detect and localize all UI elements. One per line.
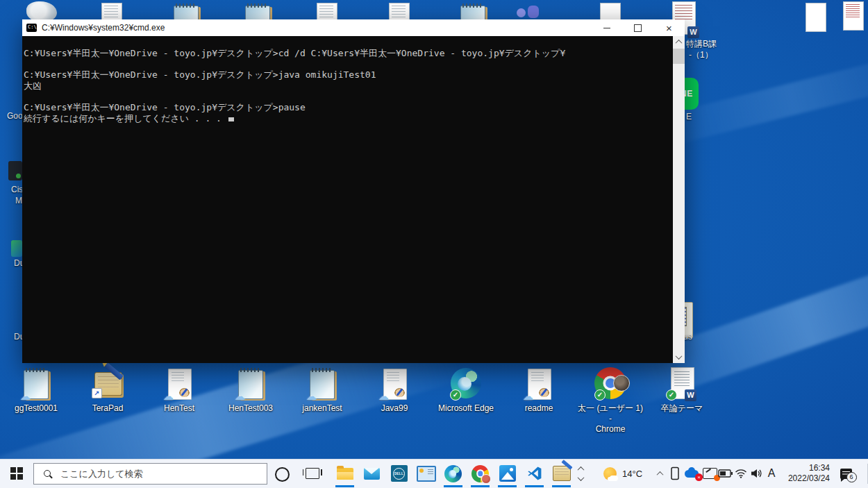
synced-check-badge: ✓ — [666, 389, 677, 401]
notification-count-badge: 6 — [846, 472, 857, 482]
scribble-icon — [179, 388, 190, 397]
onedrive-cloud-badge: ☁ — [523, 393, 533, 400]
word-badge: W — [687, 26, 699, 38]
chrome-icon — [471, 465, 489, 482]
taskbar-overflow-arrows[interactable] — [574, 460, 587, 487]
photos-icon — [499, 465, 516, 482]
console-cursor — [228, 117, 234, 121]
scrollbar-thumb[interactable] — [673, 49, 685, 64]
desktop-icon-stub[interactable] — [806, 3, 826, 32]
taskbar-display-app[interactable] — [412, 460, 440, 487]
tray-onedrive[interactable]: × — [684, 460, 701, 487]
terapad-icon — [553, 466, 571, 481]
desktop-icon-stub[interactable] — [843, 1, 864, 31]
desktop-label-fragment: E — [686, 112, 692, 121]
taskbar-chrome[interactable] — [467, 460, 494, 487]
desktop-icon-readme[interactable]: ☁ readme — [506, 367, 572, 414]
desktop-icon-hentest[interactable]: ☁ HenTest — [146, 367, 212, 414]
close-button[interactable]: × — [653, 19, 685, 36]
cortana-button[interactable] — [275, 467, 290, 482]
status-dot — [16, 174, 21, 178]
minimize-button[interactable] — [591, 19, 622, 36]
cmd-titlebar[interactable]: C:¥Windows¥system32¥cmd.exe × — [22, 19, 685, 36]
desktop-label-fragment: Cis — [11, 185, 23, 194]
running-indicator — [552, 485, 571, 487]
taskbar-search[interactable] — [33, 463, 267, 485]
console-line: C:¥Users¥半田太一¥OneDrive - toyo.jp¥デスクトップ>… — [24, 69, 672, 80]
console-line — [24, 90, 672, 101]
scroll-up-button[interactable] — [673, 36, 685, 48]
display-settings-icon — [417, 466, 436, 482]
tray-your-phone[interactable] — [668, 460, 682, 487]
taskbar-file-explorer[interactable] — [331, 460, 358, 487]
console-line-text: 続行するには何かキーを押してください . . . — [24, 113, 227, 124]
cmd-window: C:¥Windows¥system32¥cmd.exe × C:¥Users¥半… — [22, 19, 685, 363]
start-button[interactable] — [0, 460, 33, 487]
desktop-icon-hentest003[interactable]: ☁ HenTest003 — [217, 367, 284, 414]
desktop-icon-microsoft-edge[interactable]: ✓ Microsoft Edge — [433, 367, 499, 414]
desktop-icon-label: Java99 — [361, 403, 428, 414]
tray-ime-mode[interactable]: A — [764, 460, 779, 487]
teams-shape — [517, 8, 526, 17]
tray-volume[interactable] — [749, 460, 764, 487]
desktop-icon-sotsuron-theme[interactable]: W ✓ 卒論テーマ — [649, 367, 715, 414]
desktop-icon-label: 卒論テーマ — [649, 403, 715, 414]
chevron-up-icon — [578, 466, 585, 473]
teams-shape — [528, 6, 539, 18]
desktop-label-fragment: 特講B課 — [686, 38, 717, 50]
synced-check-badge: ✓ — [450, 389, 461, 401]
taskbar-vscode[interactable] — [521, 460, 548, 487]
onedrive-cloud-badge: ☁ — [306, 393, 317, 400]
mail-icon — [364, 468, 380, 480]
taskbar-dell-app[interactable]: DELL — [385, 460, 412, 487]
tray-battery[interactable] — [717, 460, 734, 487]
tray-wifi[interactable] — [733, 460, 749, 487]
maximize-icon — [634, 24, 642, 32]
wifi-icon — [735, 469, 747, 478]
running-indicator — [498, 485, 517, 487]
desktop-icon-java99[interactable]: ☁ Java99 — [361, 367, 428, 414]
profile-badge — [481, 474, 491, 484]
desktop-icon-partial[interactable] — [11, 240, 22, 257]
desktop-icon-chrome[interactable]: ✓ 太一 (ユーザー 1) - Chrome — [577, 367, 644, 435]
ime-mode-label: A — [768, 467, 776, 480]
desktop-icon-terapad[interactable]: ↗ TeraPad — [74, 367, 141, 414]
action-center-button[interactable]: 6 — [835, 460, 856, 487]
taskbar-task-view-button[interactable] — [299, 460, 326, 487]
tray-show-hidden-icons[interactable] — [653, 460, 667, 487]
maximize-button[interactable] — [622, 19, 653, 36]
taskbar: DELL 14°C × — [0, 459, 868, 488]
word-badge: W — [685, 389, 696, 401]
running-indicator — [444, 485, 462, 487]
desktop-icon-label: HenTest003 — [217, 403, 284, 414]
desktop-icon-ggtest0001[interactable]: ☁ ggTest0001 — [3, 367, 69, 414]
desktop-icon-label-line2: Chrome — [577, 424, 644, 435]
taskbar-edge[interactable] — [440, 460, 467, 487]
teams-icon[interactable] — [514, 7, 544, 21]
scroll-down-button[interactable] — [673, 351, 685, 363]
speaker-icon — [750, 468, 762, 479]
weather-sun-icon — [603, 467, 617, 480]
tray-cast[interactable] — [701, 460, 718, 487]
taskbar-mail[interactable] — [358, 460, 385, 487]
desktop-icon-jankentest[interactable]: ☁ jankenTest — [289, 367, 356, 414]
console-output[interactable]: C:¥Users¥半田太一¥OneDrive - toyo.jp¥デスクトップ>… — [22, 36, 685, 363]
cast-icon — [703, 468, 717, 479]
chevron-up-icon — [676, 40, 683, 47]
taskbar-terapad[interactable] — [548, 460, 575, 487]
weather-widget[interactable]: 14°C — [599, 460, 647, 487]
chevron-up-icon — [656, 471, 663, 478]
search-input[interactable] — [59, 468, 235, 480]
console-line: C:¥Users¥半田太一¥OneDrive - toyo.jp¥デスクトップ>… — [24, 47, 672, 58]
file-explorer-icon — [337, 468, 353, 480]
running-indicator — [335, 485, 354, 487]
desktop-label-fragment: M — [15, 196, 22, 205]
tray-clock[interactable]: 16:34 2022/03/24 — [780, 460, 830, 487]
chevron-down-icon — [676, 353, 683, 360]
scrollbar[interactable] — [673, 36, 685, 363]
desktop-icon-partial[interactable] — [8, 161, 22, 180]
windows-logo-icon — [10, 467, 23, 480]
search-icon — [44, 470, 52, 478]
desktop-icon-label: Microsoft Edge — [433, 403, 499, 414]
taskbar-photos[interactable] — [494, 460, 521, 487]
